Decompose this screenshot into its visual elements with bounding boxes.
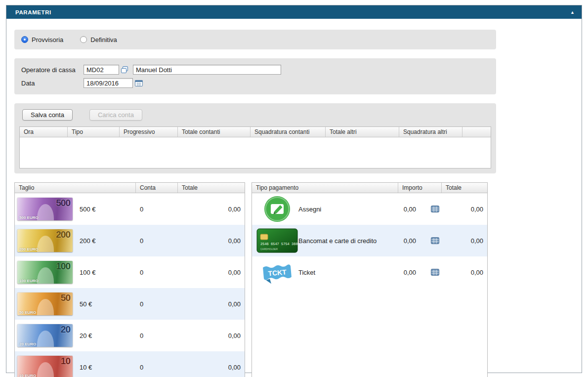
denomination-label: 100 € — [80, 269, 96, 276]
total-cell: 0,00 — [442, 206, 487, 213]
operator-label: Operatore di cassa — [21, 66, 84, 74]
payment-table-empty-area — [252, 288, 487, 377]
banknote-200-image: 200 200 EURO — [17, 229, 73, 252]
count-actions-section: Salva conta Carica conta Ora Tipo Progre… — [14, 103, 496, 173]
history-col-ora: Ora — [20, 127, 68, 137]
denomination-label: 20 € — [80, 332, 92, 339]
cash-col-totale: Totale — [178, 183, 245, 193]
banknote-50-image: 50 50 EURO — [17, 293, 73, 315]
radio-provvisoria-control[interactable] — [21, 36, 28, 43]
radio-definitiva[interactable]: Definitiva — [80, 36, 117, 43]
radio-provvisoria-label: Provvisoria — [32, 36, 63, 43]
total-cell: 0,00 — [178, 300, 245, 308]
cash-col-conta: Conta — [136, 183, 178, 193]
salva-conta-button[interactable]: Salva conta — [22, 109, 73, 121]
count-cell[interactable]: 0 — [136, 269, 178, 276]
calendar-icon[interactable] — [134, 79, 143, 87]
payment-label: Assegni — [298, 206, 321, 213]
svg-text:2546 6547 5754 3600: 2546 6547 5754 3600 — [260, 242, 298, 246]
cash-row-10: 10 10 EURO 10 € 0 0,00 — [15, 351, 245, 377]
parametri-panel: PARAMETRI ▲ Provvisoria Definitiva Opera… — [6, 5, 582, 373]
history-col-totale-altri: Totale altri — [326, 127, 399, 137]
denomination-label: 50 € — [80, 300, 92, 308]
banknote-100-image: 100 100 EURO — [17, 261, 73, 284]
total-cell: 0,00 — [442, 269, 487, 276]
pay-col-importo: Importo — [398, 183, 442, 193]
mode-radio-group: Provvisoria Definitiva — [14, 30, 496, 49]
denomination-label: 500 € — [80, 206, 96, 213]
date-label: Data — [21, 80, 84, 87]
collapse-icon[interactable]: ▲ — [570, 10, 575, 15]
operator-name-input[interactable] — [133, 65, 281, 75]
history-col-totale-contanti: Totale contanti — [178, 127, 251, 137]
history-table: Ora Tipo Progressivo Totale contanti Squ… — [19, 126, 491, 168]
count-cell[interactable]: 0 — [136, 237, 178, 245]
cash-table: Taglio Conta Totale 500 500 EURO 500 € 0… — [14, 182, 245, 377]
count-cell[interactable]: 0 — [136, 332, 178, 339]
cash-row-200: 200 200 EURO 200 € 0 0,00 — [15, 225, 245, 256]
calculator-icon[interactable] — [431, 206, 439, 212]
total-cell: 0,00 — [178, 269, 245, 276]
pay-col-tipo: Tipo pagamento — [252, 183, 398, 193]
amount-cell[interactable]: 0,00 — [404, 237, 416, 245]
panel-header: PARAMETRI ▲ — [6, 5, 582, 19]
total-cell: 0,00 — [442, 237, 487, 245]
cash-row-100: 100 100 EURO 100 € 0 0,00 — [15, 256, 245, 288]
carica-conta-button[interactable]: Carica conta — [89, 109, 142, 121]
total-cell: 0,00 — [178, 206, 245, 213]
count-cell[interactable]: 0 — [136, 364, 178, 371]
calculator-icon[interactable] — [431, 237, 439, 244]
denomination-label: 200 € — [80, 237, 96, 245]
total-cell: 0,00 — [178, 332, 245, 339]
cash-row-20: 20 20 EURO 20 € 0 0,00 — [15, 320, 245, 351]
payment-row-assegni: Assegni 0,00 — [252, 193, 487, 225]
history-table-body — [20, 137, 491, 168]
history-col-tipo: Tipo — [68, 127, 120, 137]
payment-row-ticket: TCKT Ticket 0,00 — [252, 256, 487, 288]
operator-form: Operatore di cassa Data — [14, 58, 496, 94]
amount-cell[interactable]: 0,00 — [404, 206, 416, 213]
banknote-20-image: 20 20 EURO — [17, 324, 73, 347]
banknote-500-image: 500 500 EURO — [17, 198, 73, 220]
date-input[interactable] — [84, 78, 133, 88]
history-col-progressivo: Progressivo — [120, 127, 178, 137]
count-cell[interactable]: 0 — [136, 206, 178, 213]
panel-title: PARAMETRI — [15, 9, 51, 15]
history-col-empty — [462, 127, 491, 137]
cash-row-50: 50 50 EURO 50 € 0 0,00 — [15, 288, 245, 320]
payment-table: Tipo pagamento Importo Totale — [252, 182, 488, 377]
radio-definitiva-control[interactable] — [80, 36, 87, 43]
svg-text:CARDHOLDER: CARDHOLDER — [260, 248, 278, 251]
calculator-icon[interactable] — [431, 269, 439, 276]
ticket-icon: TCKT — [256, 259, 298, 285]
payment-label: Ticket — [298, 269, 315, 276]
payment-row-bancomat: 2546 6547 5754 3600 CARDHOLDER Bancomat … — [252, 225, 487, 256]
cash-col-taglio: Taglio — [15, 183, 136, 193]
count-cell[interactable]: 0 — [136, 300, 178, 308]
total-cell: 0,00 — [178, 364, 245, 371]
radio-provvisoria[interactable]: Provvisoria — [21, 36, 63, 43]
svg-text:TCKT: TCKT — [268, 268, 287, 277]
payment-label: Bancomat e carte di credito — [298, 237, 377, 245]
cash-row-500: 500 500 EURO 500 € 0 0,00 — [15, 193, 245, 225]
lookup-icon[interactable] — [121, 66, 129, 74]
operator-code-input[interactable] — [84, 65, 119, 75]
credit-card-icon: 2546 6547 5754 3600 CARDHOLDER — [256, 228, 298, 253]
history-col-squadratura-contanti: Squadratura contanti — [251, 127, 326, 137]
radio-definitiva-label: Definitiva — [90, 36, 117, 43]
banknote-10-image: 10 10 EURO — [17, 356, 73, 377]
amount-cell[interactable]: 0,00 — [404, 269, 416, 276]
history-col-squadratura-altri: Squadratura altri — [399, 127, 462, 137]
pay-col-totale: Totale — [442, 183, 487, 193]
check-writing-icon — [256, 196, 298, 222]
denomination-label: 10 € — [80, 364, 92, 371]
total-cell: 0,00 — [178, 237, 245, 245]
